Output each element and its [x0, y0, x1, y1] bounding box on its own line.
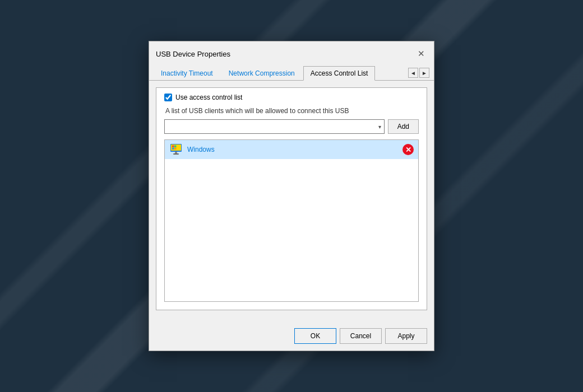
apply-button[interactable]: Apply: [385, 328, 427, 344]
tab-strip: Inactivity Timeout Network Compression A…: [149, 62, 434, 81]
title-bar: USB Device Properties ✕: [149, 41, 434, 62]
svg-rect-3: [174, 146, 177, 148]
tab-nav-buttons: ◄ ►: [408, 68, 429, 80]
acl-group-box: Use access control list A list of USB cl…: [156, 87, 427, 310]
remove-item-button[interactable]: ✕: [402, 144, 414, 155]
ok-button[interactable]: OK: [294, 328, 336, 344]
use-acl-label: Use access control list: [175, 94, 242, 101]
dialog-footer: OK Cancel Apply: [149, 323, 434, 351]
list-item-label: Windows: [187, 146, 398, 153]
svg-rect-5: [174, 148, 177, 150]
client-input[interactable]: [164, 119, 385, 134]
list-item[interactable]: Windows ✕: [165, 140, 418, 159]
client-dropdown-wrapper: [164, 119, 385, 134]
close-button[interactable]: ✕: [415, 48, 427, 60]
cancel-button[interactable]: Cancel: [340, 328, 382, 344]
svg-rect-4: [172, 148, 174, 150]
svg-rect-6: [175, 152, 177, 153]
tab-inactivity-timeout[interactable]: Inactivity Timeout: [154, 66, 220, 81]
tab-nav-next-button[interactable]: ►: [419, 68, 429, 78]
client-list-box: Windows ✕: [164, 139, 419, 302]
svg-rect-2: [172, 146, 174, 148]
content-area: Use access control list A list of USB cl…: [149, 81, 434, 323]
add-button[interactable]: Add: [388, 119, 419, 134]
tab-network-compression[interactable]: Network Compression: [221, 66, 302, 81]
dialog-window: USB Device Properties ✕ Inactivity Timeo…: [149, 41, 434, 351]
input-add-row: Add: [164, 119, 419, 134]
tab-nav-prev-button[interactable]: ◄: [408, 68, 418, 78]
windows-icon: [169, 143, 183, 156]
windows-monitor-icon: [169, 143, 183, 156]
dialog-title: USB Device Properties: [156, 50, 230, 58]
use-acl-checkbox[interactable]: [164, 94, 172, 101]
tab-access-control-list[interactable]: Access Control List: [303, 66, 376, 81]
svg-rect-7: [173, 153, 179, 155]
acl-description: A list of USB clients which will be allo…: [164, 107, 419, 115]
use-acl-row: Use access control list: [164, 94, 419, 101]
